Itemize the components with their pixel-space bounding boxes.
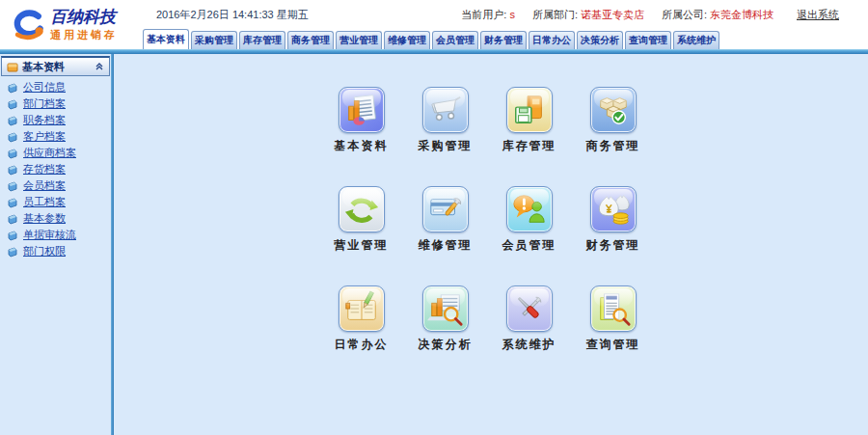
sidebar-item-member-files[interactable]: 会员档案	[0, 177, 111, 194]
tab-sales[interactable]: 营业管理	[336, 31, 382, 49]
tab-bar: 基本资料 采购管理 库存管理 商务管理 营业管理 维修管理 会员管理 财务管理 …	[143, 29, 868, 49]
module-finance[interactable]: 财务管理	[571, 186, 655, 285]
sidebar-item-department-permissions[interactable]: 部门权限	[0, 243, 111, 259]
sidebar-item-customer-files[interactable]: 客户档案	[0, 128, 111, 145]
sidebar-section-title: 基本资料	[22, 60, 91, 74]
sidebar: 基本资料 公司信息 部门档案 职务档案 客户档案	[0, 54, 111, 435]
module-label: 营业管理	[335, 237, 389, 254]
sidebar-item-label[interactable]: 公司信息	[23, 80, 66, 95]
chart-icon	[343, 92, 380, 128]
module-basic-data[interactable]: 基本资料	[319, 87, 403, 186]
module-label: 查询管理	[586, 337, 640, 353]
item-bullet-icon	[7, 246, 18, 258]
logo-swoosh-icon	[8, 7, 46, 43]
section-icon	[7, 61, 18, 72]
header-top-bar: 2016年2月26日 14:41:33 星期五 当前用户: s 所属部门: 诺基…	[143, 0, 868, 29]
sidebar-item-label[interactable]: 部门权限	[23, 244, 66, 258]
inventory-button[interactable]	[506, 87, 553, 133]
repair-button[interactable]	[422, 186, 469, 232]
office-button[interactable]	[339, 285, 385, 332]
module-query[interactable]: 查询管理	[571, 285, 655, 385]
module-label: 会员管理	[502, 237, 556, 254]
business-button[interactable]	[590, 87, 637, 133]
header-right: 2016年2月26日 14:41:33 星期五 当前用户: s 所属部门: 诺基…	[143, 0, 868, 49]
tab-member[interactable]: 会员管理	[432, 31, 478, 49]
department-label: 所属部门:	[532, 8, 578, 22]
document-magnifier-icon	[595, 290, 632, 327]
tab-repair[interactable]: 维修管理	[384, 31, 430, 49]
sidebar-section-header[interactable]: 基本资料	[1, 56, 110, 76]
item-bullet-icon	[7, 115, 18, 126]
shopping-cart-icon	[427, 92, 464, 128]
body-row: 基本资料 公司信息 部门档案 职务档案 客户档案	[0, 54, 868, 435]
module-maintenance[interactable]: 系统维护	[487, 285, 571, 385]
sidebar-item-label[interactable]: 部门档案	[23, 96, 66, 111]
tab-basic-data[interactable]: 基本资料	[143, 29, 189, 49]
brand-company-name: 百纳科技	[50, 8, 118, 27]
sidebar-item-label[interactable]: 基本参数	[23, 211, 66, 226]
current-user-value: s	[509, 9, 515, 20]
module-office[interactable]: 日常办公	[319, 285, 403, 385]
module-label: 基本资料	[335, 138, 389, 154]
sidebar-item-company-info[interactable]: 公司信息	[0, 79, 111, 95]
sidebar-item-supplier-files[interactable]: 供应商档案	[0, 145, 111, 161]
analysis-button[interactable]	[422, 285, 469, 332]
datetime-text: 2016年2月26日 14:41:33 星期五	[156, 8, 309, 22]
sidebar-item-label[interactable]: 单据审核流	[23, 228, 76, 242]
tab-query[interactable]: 查询管理	[625, 31, 671, 49]
module-member[interactable]: 会员管理	[487, 186, 571, 285]
member-button[interactable]	[506, 186, 553, 232]
sidebar-item-label[interactable]: 职务档案	[23, 113, 66, 127]
tools-icon	[511, 290, 548, 327]
basic-data-button[interactable]	[339, 87, 385, 133]
company-value: 东莞金博科技	[710, 8, 773, 22]
tab-finance[interactable]: 财务管理	[480, 31, 527, 49]
purchase-button[interactable]	[422, 87, 469, 133]
module-label: 维修管理	[419, 237, 473, 254]
logout-link[interactable]: 退出系统	[797, 8, 839, 22]
tab-inventory[interactable]: 库存管理	[239, 31, 285, 49]
sidebar-item-doc-audit-flow[interactable]: 单据审核流	[0, 227, 111, 243]
planner-pencil-icon	[343, 290, 380, 327]
tab-purchase[interactable]: 采购管理	[191, 31, 237, 49]
item-bullet-icon	[7, 197, 18, 208]
module-business[interactable]: 商务管理	[571, 87, 655, 186]
sidebar-item-department-files[interactable]: 部门档案	[0, 95, 111, 112]
sidebar-item-label[interactable]: 供应商档案	[23, 146, 76, 160]
tab-office[interactable]: 日常办公	[529, 31, 575, 49]
module-sales[interactable]: 营业管理	[319, 186, 403, 285]
tab-system[interactable]: 系统维护	[673, 31, 719, 49]
query-button[interactable]	[590, 285, 637, 332]
tab-business[interactable]: 商务管理	[287, 31, 334, 49]
sidebar-item-label[interactable]: 员工档案	[23, 195, 66, 209]
card-wrench-icon	[427, 191, 464, 228]
module-label: 日常办公	[335, 337, 389, 353]
sidebar-item-label[interactable]: 存货档案	[23, 162, 66, 177]
sidebar-item-label[interactable]: 客户档案	[23, 129, 66, 144]
sidebar-item-position-files[interactable]: 职务档案	[0, 112, 111, 128]
finance-button[interactable]	[590, 186, 637, 232]
sidebar-item-basic-params[interactable]: 基本参数	[0, 210, 111, 227]
module-inventory[interactable]: 库存管理	[487, 87, 571, 186]
collapse-icon[interactable]	[95, 62, 104, 71]
module-label: 系统维护	[502, 337, 556, 353]
user-info: 当前用户: s 所属部门: 诺基亚专卖店 所属公司: 东莞金博科技 退出系统	[461, 8, 839, 22]
bubble-person-icon	[511, 191, 548, 228]
module-repair[interactable]: 维修管理	[403, 186, 487, 285]
sales-button[interactable]	[339, 186, 385, 232]
module-analysis[interactable]: 决策分析	[403, 285, 487, 385]
brand-product-name: 通用进销存	[50, 29, 118, 41]
sidebar-item-label[interactable]: 会员档案	[23, 178, 66, 193]
item-bullet-icon	[7, 213, 18, 225]
module-purchase[interactable]: 采购管理	[403, 87, 487, 186]
module-label: 库存管理	[502, 138, 556, 154]
sidebar-item-employee-files[interactable]: 员工档案	[0, 194, 111, 210]
item-bullet-icon	[7, 98, 18, 110]
header: 百纳科技 通用进销存 2016年2月26日 14:41:33 星期五 当前用户:…	[0, 0, 868, 49]
current-user-label: 当前用户:	[461, 8, 506, 22]
cubes-check-icon	[595, 92, 632, 128]
sidebar-item-inventory-files[interactable]: 存货档案	[0, 161, 111, 177]
tab-analysis[interactable]: 决策分析	[577, 31, 623, 49]
chart-magnifier-icon	[427, 290, 464, 327]
maintenance-button[interactable]	[506, 285, 553, 332]
